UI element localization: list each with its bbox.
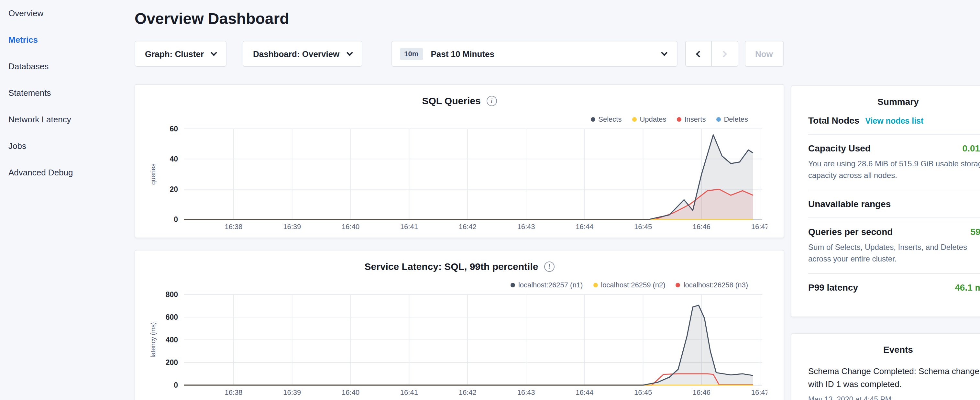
view-nodes-list-link[interactable]: View nodes list bbox=[865, 116, 923, 126]
summary-description: Sum of Selects, Updates, Inserts, and De… bbox=[808, 241, 980, 265]
sidebar-item-network-latency[interactable]: Network Latency bbox=[0, 106, 129, 133]
summary-label: Total Nodes bbox=[808, 115, 859, 126]
svg-text:queries: queries bbox=[150, 163, 157, 185]
time-next-button[interactable] bbox=[711, 41, 738, 67]
time-range-dropdown[interactable]: 10m Past 10 Minutes bbox=[391, 41, 677, 67]
summary-value: 0.01% bbox=[963, 143, 980, 153]
svg-text:16:41: 16:41 bbox=[400, 223, 418, 231]
legend-label: localhost:26259 (n2) bbox=[601, 281, 665, 288]
event-text: Schema Change Completed: Schema change w… bbox=[808, 365, 980, 391]
chart-legend: localhost:26257 (n1)localhost:26259 (n2)… bbox=[511, 281, 748, 288]
graph-dropdown[interactable]: Graph: Cluster bbox=[135, 41, 226, 67]
time-prev-button[interactable] bbox=[685, 41, 711, 67]
info-icon[interactable]: i bbox=[544, 261, 554, 271]
sidebar-item-advanced-debug[interactable]: Advanced Debug bbox=[0, 159, 129, 186]
legend-item: localhost:26258 (n3) bbox=[676, 281, 748, 288]
sidebar-item-jobs[interactable]: Jobs bbox=[0, 133, 129, 159]
legend-label: Selects bbox=[598, 115, 622, 123]
summary-row-capacity-used: Capacity Used 0.01% You are using 28.6 M… bbox=[808, 135, 980, 190]
right-sidebar: Summary Total Nodes View nodes list 3 Ca… bbox=[791, 85, 980, 400]
svg-text:20: 20 bbox=[170, 185, 178, 193]
sidebar-item-databases[interactable]: Databases bbox=[0, 53, 129, 80]
svg-text:16:44: 16:44 bbox=[576, 223, 593, 231]
summary-row-total-nodes: Total Nodes View nodes list 3 bbox=[808, 107, 980, 135]
legend-label: localhost:26257 (n1) bbox=[518, 281, 583, 288]
svg-text:800: 800 bbox=[165, 290, 178, 299]
events-title: Events bbox=[808, 344, 980, 355]
summary-row-queries-per-second: Queries per second 59.7 Sum of Selects, … bbox=[808, 218, 980, 274]
summary-panel: Summary Total Nodes View nodes list 3 Ca… bbox=[791, 85, 980, 317]
chart-title-row: SQL Queries i bbox=[135, 85, 784, 106]
chevron-left-icon bbox=[696, 51, 702, 57]
sidebar-item-metrics[interactable]: Metrics bbox=[0, 27, 129, 53]
svg-text:40: 40 bbox=[170, 155, 178, 163]
summary-description: You are using 28.6 MiB of 515.9 GiB usab… bbox=[808, 158, 980, 181]
chart-canvas[interactable]: 16:3816:3916:4016:4116:4216:4316:4416:45… bbox=[146, 289, 767, 398]
svg-text:16:41: 16:41 bbox=[400, 388, 418, 397]
sidebar: Overview Metrics Databases Statements Ne… bbox=[0, 0, 129, 186]
svg-text:0: 0 bbox=[174, 381, 178, 389]
sql-queries-chart: SQL Queries i SelectsUpdatesInsertsDelet… bbox=[135, 84, 784, 238]
svg-text:16:38: 16:38 bbox=[224, 223, 242, 231]
svg-text:16:40: 16:40 bbox=[342, 388, 360, 397]
svg-text:0: 0 bbox=[174, 215, 178, 224]
legend-item: Inserts bbox=[676, 115, 706, 123]
chevron-down-icon bbox=[211, 49, 217, 56]
time-range-label: Past 10 Minutes bbox=[431, 49, 494, 59]
main-content: Overview Dashboard Graph: Cluster Dashbo… bbox=[135, 0, 784, 400]
svg-text:16:47: 16:47 bbox=[751, 388, 767, 397]
summary-row-unavailable-ranges: Unavailable ranges 0 bbox=[808, 190, 980, 218]
sidebar-item-statements[interactable]: Statements bbox=[0, 80, 129, 106]
time-range-badge: 10m bbox=[399, 48, 423, 60]
legend-item: Deletes bbox=[716, 115, 748, 123]
chart-title: Service Latency: SQL, 99th percentile bbox=[364, 261, 538, 272]
toolbar: Graph: Cluster Dashboard: Overview 10m P… bbox=[135, 41, 784, 67]
service-latency-chart: Service Latency: SQL, 99th percentile i … bbox=[135, 250, 784, 400]
chart-canvas[interactable]: 16:3816:3916:4016:4116:4216:4316:4416:45… bbox=[146, 124, 767, 233]
svg-text:16:45: 16:45 bbox=[634, 388, 652, 397]
summary-label: P99 latency bbox=[808, 282, 858, 293]
svg-text:200: 200 bbox=[165, 358, 178, 367]
events-panel: Events Schema Change Completed: Schema c… bbox=[791, 333, 980, 400]
svg-text:16:45: 16:45 bbox=[634, 223, 652, 231]
dashboard-dropdown-label: Dashboard: Overview bbox=[253, 49, 339, 59]
chart-legend: SelectsUpdatesInsertsDeletes bbox=[590, 115, 748, 123]
sidebar-item-overview[interactable]: Overview bbox=[0, 0, 129, 27]
event-item[interactable]: Schema Change Completed: Schema change w… bbox=[808, 365, 980, 400]
chart-title-row: Service Latency: SQL, 99th percentile i bbox=[135, 250, 784, 272]
legend-dot-icon bbox=[511, 282, 515, 287]
svg-text:16:44: 16:44 bbox=[576, 388, 593, 397]
legend-item: localhost:26259 (n2) bbox=[593, 281, 665, 288]
legend-dot-icon bbox=[716, 117, 721, 121]
svg-text:latency (ms): latency (ms) bbox=[150, 322, 157, 358]
legend-item: Selects bbox=[590, 115, 622, 123]
svg-text:16:39: 16:39 bbox=[283, 388, 301, 397]
dashboard-dropdown[interactable]: Dashboard: Overview bbox=[243, 41, 362, 67]
svg-text:16:42: 16:42 bbox=[459, 223, 477, 231]
graph-dropdown-label: Graph: Cluster bbox=[145, 49, 204, 59]
svg-text:16:43: 16:43 bbox=[517, 223, 535, 231]
summary-label: Capacity Used bbox=[808, 143, 871, 153]
now-button[interactable]: Now bbox=[745, 41, 783, 67]
chart-title: SQL Queries bbox=[422, 95, 480, 106]
app-viewport: Overview Metrics Databases Statements Ne… bbox=[0, 0, 980, 400]
legend-label: Deletes bbox=[724, 115, 748, 123]
svg-text:16:47: 16:47 bbox=[751, 223, 767, 231]
legend-dot-icon bbox=[593, 282, 598, 287]
legend-label: Inserts bbox=[684, 115, 706, 123]
chevron-down-icon bbox=[346, 49, 353, 56]
svg-text:16:46: 16:46 bbox=[693, 223, 711, 231]
svg-text:400: 400 bbox=[165, 336, 178, 344]
summary-label: Unavailable ranges bbox=[808, 199, 891, 209]
info-icon[interactable]: i bbox=[487, 96, 497, 106]
legend-label: localhost:26258 (n3) bbox=[684, 281, 748, 288]
legend-dot-icon bbox=[632, 117, 636, 121]
svg-text:60: 60 bbox=[170, 124, 178, 133]
time-nav-group bbox=[685, 41, 738, 67]
summary-label: Queries per second bbox=[808, 226, 892, 237]
legend-dot-icon bbox=[676, 117, 681, 121]
legend-item: Updates bbox=[632, 115, 666, 123]
chevron-right-icon bbox=[720, 51, 727, 57]
summary-title: Summary bbox=[808, 96, 980, 107]
summary-value: 46.1 ms bbox=[955, 282, 980, 293]
